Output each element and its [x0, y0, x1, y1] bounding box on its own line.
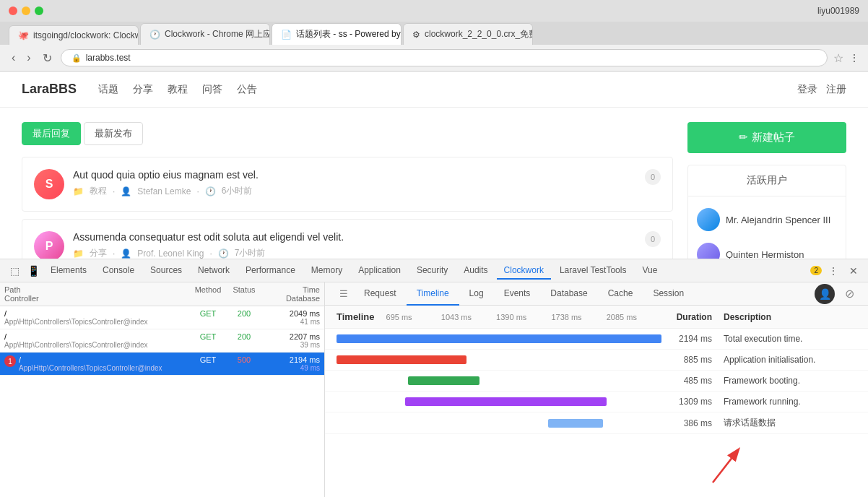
alert-badge: 2	[810, 266, 822, 275]
timeline-row: 1309 ms Framework running.	[325, 392, 868, 412]
timeline-label: Timeline	[337, 311, 375, 322]
recent-reply-tab[interactable]: 最后回复	[22, 122, 81, 145]
browser-tab-3[interactable]: 📄 话题列表 - ss - Powered by Lar... ✕	[272, 23, 402, 45]
req-method: GET	[190, 332, 226, 341]
description-text: Total execution time.	[712, 334, 856, 344]
bookmark-icon[interactable]: ☆	[833, 51, 843, 65]
topic-title[interactable]: Assumenda consequatur est odit soluta au…	[73, 231, 636, 243]
devtools-tab-clockwork[interactable]: Clockwork	[497, 262, 551, 280]
topic-content: Assumenda consequatur est odit soluta au…	[73, 231, 636, 259]
author-icon: 👤	[121, 248, 131, 259]
devtools-inspector-icon[interactable]: ⬚	[6, 262, 23, 280]
login-link[interactable]: 登录	[797, 83, 817, 96]
topic-count: 0	[645, 169, 661, 185]
nav-announcement[interactable]: 公告	[237, 83, 257, 96]
devtools-tab-performance[interactable]: Performance	[238, 262, 303, 280]
devtools-more-icon[interactable]: ⋮	[825, 262, 842, 280]
tab-favicon-3: 📄	[281, 30, 292, 40]
cw-tab-events[interactable]: Events	[494, 282, 541, 306]
devtools-tab-application[interactable]: Application	[351, 262, 408, 280]
cw-tab-log[interactable]: Log	[459, 282, 494, 306]
request-list-header: PathController Method Status TimeDatabas…	[0, 282, 324, 306]
topic-meta: 📁 教程 · 👤 Stefan Lemke · 🕐 6小时前	[73, 185, 636, 197]
reload-button[interactable]: ↻	[40, 50, 55, 66]
header-time: TimeDatabase	[262, 285, 320, 303]
devtools-tab-memory[interactable]: Memory	[304, 262, 350, 280]
devtools-tab-audits[interactable]: Audits	[456, 262, 495, 280]
tab-favicon-1: 🐙	[18, 30, 29, 40]
topic-category-icon: 📁	[73, 248, 84, 259]
request-row[interactable]: / App\Http\Controllers\TopicsController@…	[0, 329, 324, 353]
timeline-mark-2: 1390 ms	[496, 313, 551, 321]
nav-qa[interactable]: 问答	[202, 83, 222, 96]
browser-tabs-bar: 🐙 itsgoingd/clockwork: Clockwo... ✕ 🕐 Cl…	[0, 22, 868, 45]
site-header: LaraBBS 话题 分享 教程 问答 公告 登录 注册	[0, 72, 868, 108]
maximize-window-btn[interactable]	[35, 7, 43, 15]
user-name: Mr. Alejandrin Spencer III	[726, 215, 830, 225]
devtools-device-icon[interactable]: 📱	[25, 262, 42, 280]
req-time: 2049 ms 41 ms	[262, 309, 320, 326]
devtools-tab-elements[interactable]: Elements	[43, 262, 94, 280]
req-path: / App\Http\Controllers\TopicsController@…	[4, 332, 190, 349]
topic-author: Stefan Lemke	[137, 186, 191, 196]
req-method: GET	[190, 309, 226, 318]
duration-value: 485 ms	[661, 376, 712, 386]
topic-title[interactable]: Aut quod quia optio eius magnam est vel.	[73, 169, 636, 181]
user-circle-icon: 👤	[815, 284, 835, 304]
title-bar: liyu001989	[0, 0, 868, 22]
nav-topics[interactable]: 话题	[98, 83, 118, 96]
active-users-title: 活跃用户	[688, 165, 846, 196]
devtools-tab-network[interactable]: Network	[191, 262, 237, 280]
req-path: / App\Http\Controllers\TopicsController@…	[4, 309, 190, 326]
description-text: Framework booting.	[712, 376, 856, 386]
timeline-row: 2194 ms Total execution time.	[325, 329, 868, 350]
topic-author: Prof. Leonel King	[137, 248, 204, 259]
cw-close-icon[interactable]: ⊘	[839, 284, 859, 304]
cw-tab-database[interactable]: Database	[540, 282, 597, 306]
register-link[interactable]: 注册	[826, 83, 846, 96]
nav-tutorial[interactable]: 教程	[168, 83, 188, 96]
browser-tab-2[interactable]: 🕐 Clockwork - Chrome 网上应用... ✕	[140, 23, 270, 45]
left-panel: 最后回复 最新发布 S Aut quod quia optio eius mag…	[22, 122, 673, 281]
cw-tab-timeline[interactable]: Timeline	[407, 282, 459, 306]
devtools-tab-sources[interactable]: Sources	[143, 262, 189, 280]
tab-favicon-4: ⚙	[412, 30, 420, 40]
forward-button[interactable]: ›	[24, 50, 33, 66]
cw-tab-session[interactable]: Session	[643, 282, 694, 306]
req-status: 200	[226, 309, 262, 318]
description-col-header: Description	[712, 312, 856, 322]
cw-list-icon[interactable]: ☰	[334, 284, 354, 304]
devtools-tab-console[interactable]: Console	[95, 262, 142, 280]
req-status: 200	[226, 332, 262, 341]
url-box[interactable]: 🔒 larabbs.test	[61, 49, 828, 66]
bar-container	[337, 375, 661, 386]
devtools-tab-vue[interactable]: Vue	[635, 262, 664, 280]
browser-tab-1[interactable]: 🐙 itsgoingd/clockwork: Clockwo... ✕	[9, 25, 139, 45]
duration-value: 386 ms	[661, 418, 712, 428]
nav-share[interactable]: 分享	[133, 83, 153, 96]
minimize-window-btn[interactable]	[22, 7, 30, 15]
header-method: Method	[190, 285, 226, 303]
devtools-close-icon[interactable]: ✕	[845, 262, 862, 280]
devtools-tab-security[interactable]: Security	[409, 262, 455, 280]
cw-tab-request[interactable]: Request	[354, 282, 407, 306]
request-row[interactable]: / App\Http\Controllers\TopicsController@…	[0, 306, 324, 329]
site-nav: 话题 分享 教程 问答 公告	[98, 83, 257, 96]
browser-tab-4[interactable]: ⚙ clockwork_2_2_0_0.crx_免费素... ✕	[403, 23, 533, 45]
duration-value: 2194 ms	[661, 334, 712, 344]
topic-category: 分享	[90, 247, 107, 259]
bar-container	[337, 354, 661, 366]
req-method: GET	[190, 355, 226, 364]
latest-tab[interactable]: 最新发布	[84, 122, 143, 145]
req-time: 2194 ms 49 ms	[262, 355, 320, 372]
close-window-btn[interactable]	[9, 7, 17, 15]
clockwork-panel: ☰ Request Timeline Log Events Database C…	[325, 282, 868, 497]
timeline-mark-1: 1043 ms	[441, 313, 496, 321]
window-buttons	[9, 7, 43, 15]
cw-tab-cache[interactable]: Cache	[598, 282, 643, 306]
menu-icon[interactable]: ⋮	[849, 52, 859, 64]
back-button[interactable]: ‹	[9, 50, 18, 66]
new-post-button[interactable]: ✏ 新建帖子	[687, 122, 846, 153]
request-row-selected[interactable]: 1 / App\Http\Controllers\TopicsControlle…	[0, 353, 324, 376]
devtools-tab-laraveltesttools[interactable]: Laravel TestTools	[552, 262, 634, 280]
